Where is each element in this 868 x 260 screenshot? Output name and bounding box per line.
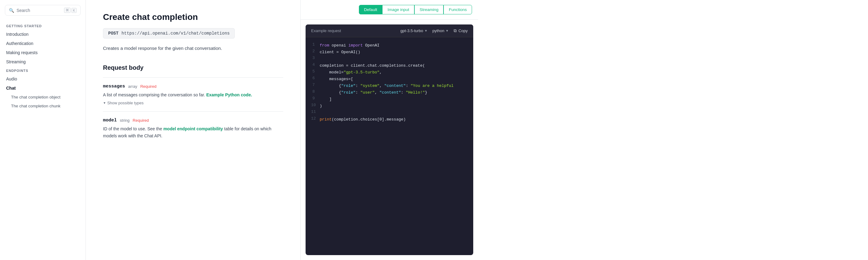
search-label: Search: [17, 8, 62, 13]
code-token: :: [355, 83, 361, 88]
code-token: {: [320, 90, 341, 95]
sidebar-item-chat-completion-chunk[interactable]: The chat completion chunk: [0, 102, 86, 110]
line-number: 9: [311, 96, 320, 101]
shortcut-cmd: ⌘: [64, 8, 70, 13]
param-required: Required: [141, 84, 157, 89]
code-token: :: [401, 90, 406, 95]
param-desc: ID of the model to use. See the model en…: [103, 125, 283, 139]
line-code: {"role": "system", "content": "You are a…: [320, 83, 454, 89]
code-line: 6 messages=[: [306, 76, 473, 83]
code-line: 1from openai import OpenAI: [306, 42, 473, 49]
param-header: modelstringRequired: [103, 118, 283, 123]
search-bar[interactable]: 🔍 Search ⌘ K: [5, 5, 81, 15]
code-token: {: [320, 83, 341, 88]
param-link[interactable]: Example Python code.: [206, 92, 252, 97]
tab-default[interactable]: Default: [359, 5, 382, 14]
sidebar-item-chat-completion-object[interactable]: The chat completion object: [0, 93, 86, 102]
code-token: ,: [379, 70, 382, 75]
main-content: Create chat completion POST https://api.…: [86, 0, 300, 260]
line-number: 7: [311, 83, 320, 87]
code-line: 2client = OpenAI(): [306, 49, 473, 56]
lang-select[interactable]: python ▼: [432, 29, 449, 33]
code-line: 11: [306, 110, 473, 116]
page-description: Creates a model response for the given c…: [103, 45, 283, 52]
param-type: string: [120, 118, 130, 123]
param-block-model: modelstringRequiredID of the model to us…: [103, 111, 283, 148]
code-token: }: [425, 90, 427, 95]
line-code: model="gpt-3.5-turbo",: [320, 69, 382, 76]
line-number: 1: [311, 42, 320, 47]
code-token: "role": [341, 90, 355, 95]
code-token: "content": [384, 83, 406, 88]
sidebar-item-streaming[interactable]: Streaming: [0, 57, 86, 66]
copy-button[interactable]: ⧉ Copy: [454, 28, 468, 33]
line-code: messages=[: [320, 76, 353, 83]
tab-functions[interactable]: Functions: [443, 5, 472, 14]
line-code: completion = client.chat.completions.cre…: [320, 63, 425, 69]
code-token: "You are a helpful: [411, 83, 454, 88]
code-line: 12print(completion.choices[0].message): [306, 116, 473, 123]
sidebar-item-audio[interactable]: Audio: [0, 74, 86, 83]
code-token: "gpt-3.5-turbo": [344, 70, 379, 75]
param-desc: A list of messages comprising the conver…: [103, 91, 283, 98]
code-token: "system": [361, 83, 379, 88]
code-line: 3: [306, 56, 473, 63]
sidebar-section-label: Getting Started: [0, 22, 86, 30]
code-token: import: [348, 43, 363, 48]
sidebar-item-authentication[interactable]: Authentication: [0, 39, 86, 48]
toggle-chevron-icon: ▼: [103, 101, 106, 105]
code-token: "role": [341, 83, 355, 88]
param-type: array: [128, 84, 137, 89]
sidebar-item-chat[interactable]: Chat: [0, 83, 86, 93]
code-token: ].message): [382, 117, 406, 122]
endpoint-badge: POST https://api.openai.com/v1/chat/comp…: [103, 28, 235, 39]
code-token: :: [355, 90, 361, 95]
param-name: model: [103, 118, 117, 123]
code-token: ,: [375, 90, 379, 95]
model-select-value: gpt-3.5-turbo: [400, 29, 423, 33]
line-code: ): [320, 103, 322, 110]
line-number: 8: [311, 89, 320, 94]
code-line: 9 ]: [306, 96, 473, 103]
param-link[interactable]: model endpoint compatibility: [163, 126, 223, 131]
model-select[interactable]: gpt-3.5-turbo ▼: [400, 29, 427, 33]
line-code: client = OpenAI(): [320, 49, 361, 56]
sidebar-item-introduction[interactable]: Introduction: [0, 30, 86, 39]
code-line: 7 {"role": "system", "content": "You are…: [306, 83, 473, 89]
param-block-messages: messagesarrayRequiredA list of messages …: [103, 77, 283, 111]
param-header: messagesarrayRequired: [103, 84, 283, 89]
toggle-label: Show possible types: [107, 101, 144, 105]
endpoint-method: POST: [108, 31, 119, 36]
code-panel: Example request gpt-3.5-turbo ▼ python ▼…: [306, 25, 473, 255]
line-number: 5: [311, 69, 320, 74]
code-token: :: [406, 83, 411, 88]
tab-streaming[interactable]: Streaming: [414, 5, 444, 14]
code-token: openai: [329, 43, 348, 48]
tabs-bar: DefaultImage inputStreamingFunctions: [301, 0, 478, 20]
code-token: ): [320, 104, 322, 108]
model-chevron-icon: ▼: [425, 29, 428, 32]
sidebar-item-making-requests[interactable]: Making requests: [0, 48, 86, 57]
request-body-title: Request body: [103, 62, 283, 71]
code-line: 8 {"role": "user", "content": "Hello!"}: [306, 89, 473, 96]
right-panel: DefaultImage inputStreamingFunctions Exa…: [300, 0, 478, 260]
code-token: ,: [379, 83, 384, 88]
lang-chevron-icon: ▼: [446, 29, 449, 32]
code-token: print: [320, 117, 332, 122]
line-code: {"role": "user", "content": "Hello!"}: [320, 89, 427, 96]
sidebar: 🔍 Search ⌘ K Getting StartedIntroduction…: [0, 0, 86, 260]
line-number: 2: [311, 49, 320, 53]
code-line: 5 model="gpt-3.5-turbo",: [306, 69, 473, 76]
line-number: 4: [311, 63, 320, 67]
shortcut-k: K: [71, 8, 76, 13]
line-number: 11: [311, 110, 320, 114]
show-types-toggle[interactable]: ▼Show possible types: [103, 101, 283, 105]
copy-icon: ⧉: [454, 28, 457, 33]
code-token: model=: [320, 70, 344, 75]
code-token: from: [320, 43, 329, 48]
line-code: from openai import OpenAI: [320, 42, 379, 49]
tab-image-input[interactable]: Image input: [382, 5, 414, 14]
line-number: 6: [311, 76, 320, 80]
code-token: messages=[: [320, 77, 353, 81]
code-token: client = OpenAI(): [320, 50, 361, 54]
